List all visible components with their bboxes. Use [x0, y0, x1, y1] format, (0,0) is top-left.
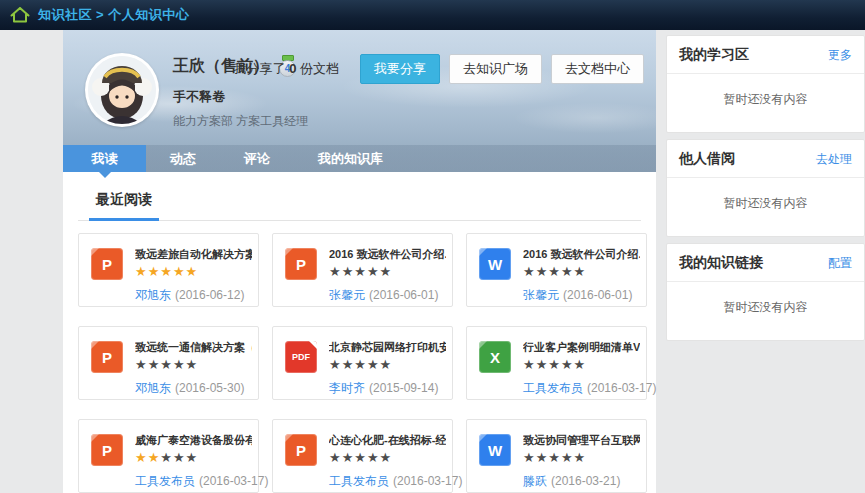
author-link[interactable]: 工具发布员 — [523, 381, 583, 395]
doc-meta: 李时齐(2015-09-14) — [329, 380, 446, 397]
empty-state-text: 暂时还没有内容 — [667, 282, 864, 340]
file-type-letter: W — [488, 442, 502, 459]
doc-meta: 工具发布员(2016-03-17) — [135, 473, 252, 490]
rating-stars: ★★★★★ — [135, 358, 252, 371]
word-file-icon: W — [479, 434, 511, 466]
doc-title[interactable]: 心连心化肥-在线招标-经... — [329, 433, 446, 448]
doc-meta: 邓旭东(2016-06-12) — [135, 287, 252, 304]
doc-meta: 张馨元(2016-06-01) — [329, 287, 446, 304]
recent-doc-card[interactable]: PDF 北京静芯园网络打印机安... ★★★★★ 李时齐(2015-09-14) — [272, 326, 453, 400]
doc-date: (2016-03-21) — [551, 474, 620, 488]
rating-stars: ★★★★★ — [329, 358, 446, 371]
personal-knowledge-panel: 王欣（售前） 4 手不释卷 能力方案部 方案工具经理 我分享了 0 份文档 我要… — [63, 30, 656, 493]
share-count-text: 我分享了 0 份文档 — [234, 60, 339, 78]
recent-doc-card[interactable]: P 威海广泰空港设备股份有... ★★★★★ 工具发布员(2016-03-17) — [78, 419, 259, 493]
share-button[interactable]: 我要分享 — [360, 54, 440, 84]
rating-stars: ★★★★★ — [523, 265, 640, 278]
ppt-file-icon: P — [91, 248, 123, 280]
file-type-letter: P — [102, 256, 112, 273]
doc-date: (2016-06-01) — [563, 288, 632, 302]
breadcrumb[interactable]: 知识社区 > 个人知识中心 — [38, 6, 189, 24]
user-avatar[interactable] — [85, 53, 159, 127]
tab-comments[interactable]: 评论 — [220, 145, 294, 172]
doc-title[interactable]: 致远统一通信解决方案（I... — [135, 340, 252, 355]
file-type-letter: W — [488, 256, 502, 273]
ppt-file-icon: P — [91, 434, 123, 466]
rating-stars: ★★★★★ — [329, 265, 446, 278]
top-navigation-bar: 知识社区 > 个人知识中心 — [0, 0, 865, 30]
file-type-letter: P — [296, 256, 306, 273]
author-link[interactable]: 邓旭东 — [135, 288, 171, 302]
knowledge-plaza-button[interactable]: 去知识广场 — [449, 54, 542, 84]
recent-doc-card[interactable]: P 2016 致远软件公司介绍... ★★★★★ 张馨元(2016-06-01) — [272, 233, 453, 307]
rating-stars: ★★★★★ — [135, 265, 252, 278]
tab-my-knowledge-base[interactable]: 我的知识库 — [294, 145, 407, 172]
empty-state-text: 暂时还没有内容 — [667, 74, 864, 132]
user-tagline: 手不释卷 — [173, 88, 308, 106]
doc-date: (2015-09-14) — [369, 381, 438, 395]
profile-tabs: 我读 动态 评论 我的知识库 — [63, 145, 656, 172]
doc-date: (2016-03-17) — [393, 474, 462, 488]
recent-doc-card[interactable]: P 致远差旅自动化解决方案... ★★★★★ 邓旭东(2016-06-12) — [78, 233, 259, 307]
file-type-letter: X — [490, 349, 500, 366]
word-file-icon: W — [479, 248, 511, 280]
home-icon[interactable] — [10, 6, 30, 24]
file-type-letter: P — [102, 442, 112, 459]
author-link[interactable]: 邓旭东 — [135, 381, 171, 395]
author-link[interactable]: 工具发布员 — [135, 474, 195, 488]
doc-title[interactable]: 北京静芯园网络打印机安... — [329, 340, 446, 355]
rating-stars: ★★★★★ — [135, 451, 252, 464]
rating-stars: ★★★★★ — [329, 451, 446, 464]
doc-center-button[interactable]: 去文档中心 — [551, 54, 644, 84]
recent-doc-card[interactable]: W 致远协同管理平台互联网... ★★★★★ 滕跃(2016-03-21) — [466, 419, 647, 493]
rating-stars: ★★★★★ — [523, 451, 640, 464]
doc-meta: 张馨元(2016-06-01) — [523, 287, 640, 304]
pdf-file-icon: PDF — [285, 341, 317, 373]
rating-stars: ★★★★★ — [523, 358, 640, 371]
file-type-letter: P — [102, 349, 112, 366]
doc-meta: 滕跃(2016-03-21) — [523, 473, 640, 490]
more-link[interactable]: 更多 — [828, 47, 852, 64]
doc-date: (2016-03-17) — [199, 474, 268, 488]
share-summary: 我分享了 0 份文档 我要分享 去知识广场 去文档中心 — [234, 54, 644, 84]
handle-link[interactable]: 去处理 — [816, 151, 852, 168]
author-link[interactable]: 张馨元 — [523, 288, 559, 302]
recent-doc-card[interactable]: P 致远统一通信解决方案（I... ★★★★★ 邓旭东(2016-05-30) — [78, 326, 259, 400]
others-borrow-panel: 他人借阅 去处理 暂时还没有内容 — [666, 139, 865, 237]
ppt-file-icon: P — [91, 341, 123, 373]
doc-title[interactable]: 致远协同管理平台互联网... — [523, 433, 640, 448]
ppt-file-icon: P — [285, 434, 317, 466]
author-link[interactable]: 张馨元 — [329, 288, 365, 302]
file-type-letter: PDF — [292, 352, 310, 362]
author-link[interactable]: 李时齐 — [329, 381, 365, 395]
tab-activity[interactable]: 动态 — [146, 145, 220, 172]
doc-title[interactable]: 行业客户案例明细清单V1... — [523, 340, 640, 355]
right-sidebar: 我的学习区 更多 暂时还没有内容 他人借阅 去处理 暂时还没有内容 我的知识链接… — [666, 30, 865, 493]
ppt-file-icon: P — [285, 248, 317, 280]
profile-hero: 王欣（售前） 4 手不释卷 能力方案部 方案工具经理 我分享了 0 份文档 我要… — [63, 30, 656, 172]
user-department: 能力方案部 方案工具经理 — [173, 113, 308, 130]
panel-title: 我的知识链接 — [679, 254, 763, 272]
doc-title[interactable]: 威海广泰空港设备股份有... — [135, 433, 252, 448]
doc-date: (2016-06-12) — [175, 288, 244, 302]
panel-title: 我的学习区 — [679, 46, 749, 64]
doc-date: (2016-06-01) — [369, 288, 438, 302]
doc-title[interactable]: 2016 致远软件公司介绍.... — [523, 247, 640, 262]
doc-date: (2016-03-17) — [587, 381, 656, 395]
recent-doc-card[interactable]: W 2016 致远软件公司介绍.... ★★★★★ 张馨元(2016-06-01… — [466, 233, 647, 307]
doc-title[interactable]: 2016 致远软件公司介绍... — [329, 247, 446, 262]
panel-title: 他人借阅 — [679, 150, 735, 168]
recent-docs-grid: P 致远差旅自动化解决方案... ★★★★★ 邓旭东(2016-06-12) P… — [78, 233, 641, 493]
tab-my-reading[interactable]: 我读 — [63, 145, 146, 172]
section-title: 最近阅读 — [89, 191, 159, 221]
configure-link[interactable]: 配置 — [828, 255, 852, 272]
knowledge-links-panel: 我的知识链接 配置 暂时还没有内容 — [666, 243, 865, 341]
author-link[interactable]: 工具发布员 — [329, 474, 389, 488]
section-header: 最近阅读 — [78, 190, 641, 221]
author-link[interactable]: 滕跃 — [523, 474, 547, 488]
my-study-area-panel: 我的学习区 更多 暂时还没有内容 — [666, 35, 865, 133]
recent-doc-card[interactable]: P 心连心化肥-在线招标-经... ★★★★★ 工具发布员(2016-03-17… — [272, 419, 453, 493]
doc-title[interactable]: 致远差旅自动化解决方案... — [135, 247, 252, 262]
recent-doc-card[interactable]: X 行业客户案例明细清单V1... ★★★★★ 工具发布员(2016-03-17… — [466, 326, 647, 400]
doc-meta: 邓旭东(2016-05-30) — [135, 380, 252, 397]
